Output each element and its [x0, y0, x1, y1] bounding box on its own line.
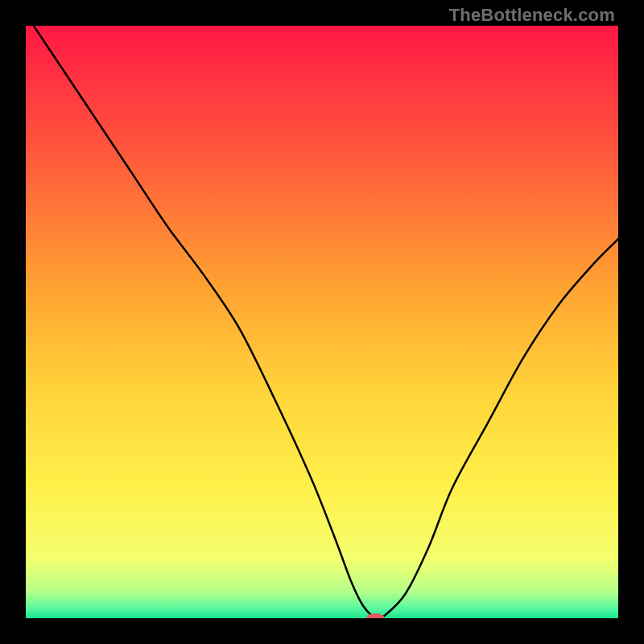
- watermark-text: TheBottleneck.com: [449, 5, 615, 26]
- gradient-background: [26, 26, 618, 618]
- chart-frame: TheBottleneck.com: [0, 0, 644, 644]
- plot-area: [26, 26, 618, 618]
- bottleneck-curve-chart: [26, 26, 618, 618]
